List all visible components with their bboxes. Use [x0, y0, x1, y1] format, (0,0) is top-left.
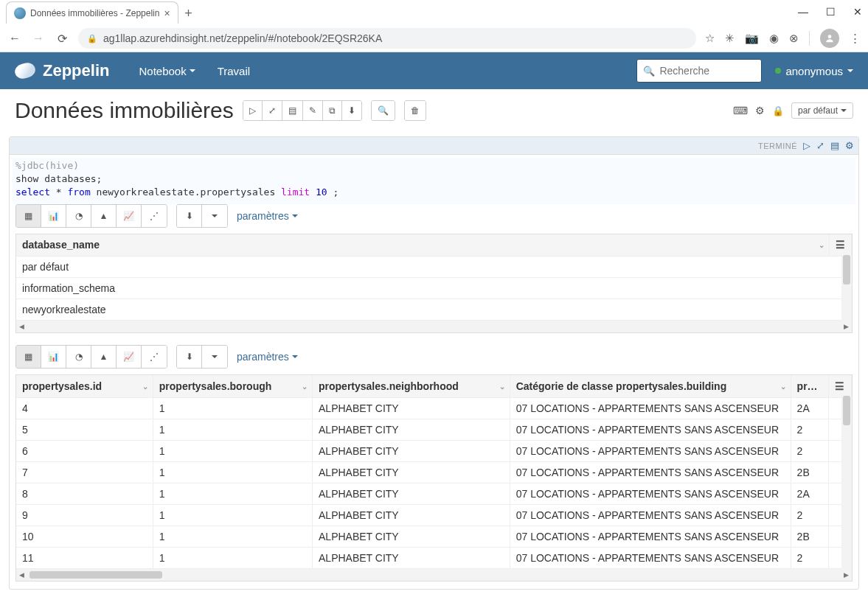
- params-toggle[interactable]: paramètres: [237, 210, 298, 222]
- table-view-button[interactable]: ▦: [16, 346, 41, 368]
- page-scroll[interactable]: Données immobilières ▷ ⤢ ▤ ✎ ⧉ ⬇ 🔍 🗑 ⌨ ⚙…: [0, 89, 868, 611]
- hide-code-button[interactable]: ⤢: [263, 101, 282, 120]
- sort-icon[interactable]: ⌄: [780, 382, 786, 390]
- clear-output-button[interactable]: ✎: [303, 101, 323, 120]
- table-row[interactable]: 61ALPHABET CITY07 LOCATIONS - APPARTEMEN…: [16, 440, 852, 461]
- scroll-right-icon[interactable]: ▶: [844, 571, 849, 579]
- scatter-chart-button[interactable]: ⋰: [142, 205, 167, 227]
- bar-chart-button[interactable]: 📊: [41, 346, 66, 368]
- hscrollbar[interactable]: ◀ ▶: [16, 321, 852, 332]
- hscroll-thumb[interactable]: [29, 571, 162, 579]
- extension1-icon[interactable]: ✳: [725, 32, 735, 45]
- sort-icon[interactable]: ⌄: [142, 382, 148, 390]
- record-icon[interactable]: ◉: [769, 32, 779, 45]
- table-row[interactable]: par défaut: [16, 256, 852, 278]
- sort-icon[interactable]: ⌄: [499, 382, 505, 390]
- kw-limit: limit: [281, 186, 310, 198]
- params-toggle[interactable]: paramètres: [237, 351, 298, 363]
- download-caret[interactable]: [202, 205, 227, 227]
- download-caret[interactable]: [202, 346, 227, 368]
- user-label: anonymous: [785, 65, 843, 77]
- interpreter-select[interactable]: par défaut: [791, 102, 853, 119]
- keyboard-icon[interactable]: ⌨: [733, 105, 748, 116]
- col-header[interactable]: propertysales.id⌄: [16, 375, 153, 397]
- gear-icon[interactable]: ⚙: [755, 105, 765, 116]
- kw-from: from: [67, 186, 90, 198]
- table-row[interactable]: 51ALPHABET CITY07 LOCATIONS - APPARTEMEN…: [16, 419, 852, 440]
- reload-icon[interactable]: ⟳: [55, 32, 69, 46]
- run-icon[interactable]: ▷: [803, 140, 810, 151]
- back-icon[interactable]: ←: [7, 32, 22, 45]
- area-chart-button[interactable]: ▲: [91, 205, 117, 227]
- table-row[interactable]: information_schema: [16, 278, 852, 299]
- scroll-left-icon[interactable]: ◀: [19, 323, 24, 330]
- gear-icon[interactable]: ⚙: [845, 140, 854, 151]
- line-chart-button[interactable]: 📈: [117, 346, 142, 368]
- table-menu[interactable]: ☰: [830, 234, 852, 256]
- download-button[interactable]: ⬇: [177, 346, 202, 368]
- col-header[interactable]: proper: [791, 375, 828, 397]
- pie-chart-button[interactable]: ◔: [66, 205, 91, 227]
- search-button[interactable]: 🔍: [372, 101, 395, 120]
- camera-icon[interactable]: 📷: [745, 32, 759, 45]
- col-header[interactable]: propertysales.borough⌄: [153, 375, 312, 397]
- params-label: paramètres: [237, 351, 289, 363]
- profile-icon[interactable]: [820, 29, 839, 48]
- user-menu[interactable]: anonymous: [775, 65, 853, 77]
- col-header[interactable]: propertysales.neighborhood⌄: [313, 375, 510, 397]
- search-box[interactable]: 🔍: [636, 59, 762, 83]
- nav-travail[interactable]: Travail: [218, 65, 250, 77]
- line-chart-button[interactable]: 📈: [117, 205, 142, 227]
- url-box[interactable]: 🔒 ag1llap.azurehdinsight.net/zeppelin/#/…: [78, 28, 696, 49]
- table-menu[interactable]: ☰: [829, 375, 852, 397]
- table-row[interactable]: newyorkrealestate: [16, 299, 852, 321]
- table-row[interactable]: 91ALPHABET CITY07 LOCATIONS - APPARTEMEN…: [16, 504, 852, 526]
- table-row[interactable]: 81ALPHABET CITY07 LOCATIONS - APPARTEMEN…: [16, 483, 852, 504]
- viz-buttons: ▦ 📊 ◔ ▲ 📈 ⋰: [15, 204, 167, 228]
- table-row[interactable]: 41ALPHABET CITY07 LOCATIONS - APPARTEMEN…: [16, 397, 852, 419]
- hscrollbar[interactable]: ◀ ▶: [16, 569, 852, 581]
- sort-icon[interactable]: ⌄: [819, 241, 824, 249]
- paragraph-header: TERMINÉ ▷ ⤢ ▤ ⚙: [10, 137, 858, 155]
- forward-icon[interactable]: →: [31, 32, 46, 45]
- browser-tab[interactable]: Données immobilières - Zeppelin ×: [6, 1, 178, 24]
- cell: 1: [153, 397, 312, 419]
- table-row[interactable]: 111ALPHABET CITY07 LOCATIONS - APPARTEME…: [16, 547, 852, 568]
- bar-chart-button[interactable]: 📊: [41, 205, 66, 227]
- zeppelin-logo[interactable]: Zeppelin: [15, 61, 109, 80]
- cell: 07 LOCATIONS - APPARTEMENTS SANS ASCENSE…: [510, 397, 791, 419]
- lock-icon[interactable]: 🔒: [772, 105, 784, 116]
- new-tab-button[interactable]: +: [178, 3, 199, 24]
- bookmark-icon[interactable]: ☆: [705, 32, 715, 45]
- cell: 1: [153, 526, 312, 547]
- pie-chart-button[interactable]: ◔: [66, 346, 91, 368]
- scroll-left-icon[interactable]: ◀: [19, 571, 24, 579]
- table-row[interactable]: 71ALPHABET CITY07 LOCATIONS - APPARTEMEN…: [16, 461, 852, 483]
- table-row[interactable]: 101ALPHABET CITY07 LOCATIONS - APPARTEME…: [16, 526, 852, 547]
- col-header[interactable]: Catégorie de classe propertysales.buildi…: [510, 375, 791, 397]
- show-output-button[interactable]: ▤: [282, 101, 303, 120]
- search-input[interactable]: [659, 65, 755, 77]
- table-view-button[interactable]: ▦: [16, 205, 41, 227]
- nav-notebook[interactable]: Notebook: [139, 65, 195, 77]
- output-icon[interactable]: ▤: [830, 140, 839, 151]
- export-button[interactable]: ⬇: [342, 101, 361, 120]
- sort-icon[interactable]: ⌄: [302, 382, 308, 390]
- col-database-name[interactable]: database_name⌄: [16, 234, 830, 256]
- trash-button[interactable]: 🗑: [405, 101, 426, 120]
- clone-button[interactable]: ⧉: [323, 101, 342, 120]
- code-editor[interactable]: %jdbc(hive) show databases; select * fro…: [13, 158, 855, 204]
- code-interpreter: %jdbc(hive): [15, 160, 79, 171]
- tab-close-icon[interactable]: ×: [164, 7, 170, 19]
- scroll-right-icon[interactable]: ▶: [844, 323, 849, 330]
- kebab-menu-icon[interactable]: ⋮: [850, 32, 861, 45]
- cell: ALPHABET CITY: [313, 461, 510, 483]
- download-button[interactable]: ⬇: [177, 205, 202, 227]
- vscrollbar[interactable]: [841, 396, 852, 569]
- vscrollbar[interactable]: [841, 255, 852, 321]
- run-all-button[interactable]: ▷: [243, 101, 263, 120]
- scatter-chart-button[interactable]: ⋰: [142, 346, 167, 368]
- area-chart-button[interactable]: ▲: [91, 346, 117, 368]
- extension2-icon[interactable]: ⊗: [789, 32, 799, 45]
- expand-icon[interactable]: ⤢: [816, 140, 824, 151]
